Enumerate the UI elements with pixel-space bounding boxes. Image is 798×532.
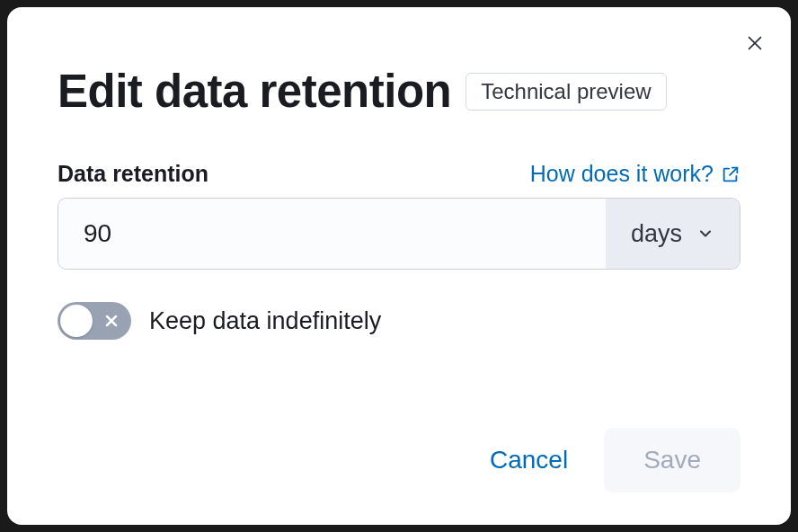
external-link-icon: [721, 164, 740, 184]
cancel-button[interactable]: Cancel: [490, 446, 568, 474]
chevron-down-icon: [696, 225, 714, 243]
keep-indefinitely-toggle[interactable]: [58, 302, 131, 340]
how-does-it-work-link[interactable]: How does it work?: [530, 161, 740, 187]
save-button[interactable]: Save: [604, 428, 740, 492]
keep-indefinitely-row: Keep data indefinitely: [58, 302, 740, 340]
modal-title: Edit data retention: [58, 65, 451, 118]
modal-footer: Cancel Save: [490, 428, 740, 492]
close-button[interactable]: [740, 29, 769, 58]
toggle-off-indicator: [102, 312, 120, 330]
close-icon: [745, 33, 765, 53]
retention-input-group: days: [58, 198, 740, 270]
modal-header: Edit data retention Technical preview: [58, 65, 740, 118]
keep-indefinitely-label: Keep data indefinitely: [149, 307, 381, 335]
help-link-text: How does it work?: [530, 161, 714, 187]
technical-preview-badge: Technical preview: [466, 73, 666, 111]
unit-select-value: days: [631, 220, 682, 248]
toggle-thumb: [60, 305, 93, 337]
retention-value-input[interactable]: [58, 199, 606, 269]
data-retention-label: Data retention: [58, 161, 208, 187]
edit-data-retention-modal: Edit data retention Technical preview Da…: [7, 7, 791, 525]
field-label-row: Data retention How does it work?: [58, 161, 740, 187]
x-icon: [102, 312, 120, 330]
retention-unit-select[interactable]: days: [606, 199, 740, 269]
